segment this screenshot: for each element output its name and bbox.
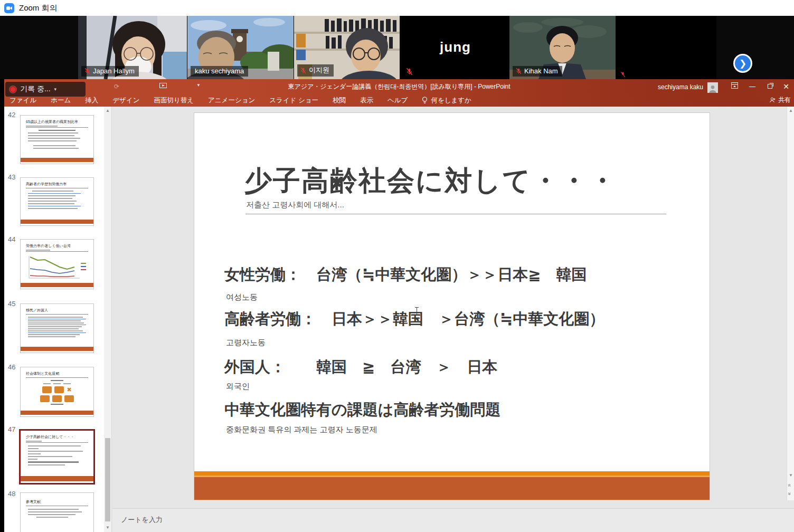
slide-thumbnail-42[interactable]: 65歳以上の就業者の職業別比率 [20,115,94,164]
muted-mic-icon [620,71,626,78]
previous-slide-button[interactable]: « [787,484,792,487]
share-button[interactable]: 共有 [769,96,791,104]
zoom-window-titlebar: Zoom 회의 [0,0,794,16]
slide-number: 46 [8,363,15,371]
muted-mic-icon [300,67,307,74]
recording-caret-icon: ▾ [54,87,57,92]
slide-thumbnail-43[interactable]: 高齢者の学歴別労働力率 [20,177,94,226]
slide-footer-band-rust [194,477,710,500]
participant-label: Japan Hallym [81,66,139,77]
record-dot-icon [10,86,16,93]
tab-file[interactable]: ファイル [10,96,36,105]
slide-body-block[interactable]: 女性労働： 台湾（≒中華文化圏）＞＞日本≧ 韓国 여성노동 高齢者労働： 日本＞… [194,250,710,440]
text-cursor [417,307,417,316]
ribbon-display-options-button[interactable] [727,81,741,92]
mini-slide-band [21,220,93,224]
slide-body-line-jp: 女性労働： 台湾（≒中華文化圏）＞＞日本≧ 韓国 [224,264,587,286]
video-strip: Japan Hallym [0,16,794,79]
scroll-up-arrow[interactable]: ▲ [787,108,794,113]
tab-transitions[interactable]: 画面切り替え [154,96,194,105]
zoom-app-icon [4,3,14,13]
slide-thumbnail-45[interactable]: 移民／外国人 [20,303,94,353]
slide-thumbnail-47-selected[interactable]: 少子高齢社会に対して・・・ [19,429,95,484]
slide-thumbnail-46[interactable]: 社会体制と文化規範 ✖ [20,367,94,417]
title-divider-line [245,214,666,214]
thumbnail-scrollbar[interactable]: ▲ ▼ [104,107,111,532]
redo-button[interactable]: ⟳ [114,83,119,90]
slide-body-line-kr: 여성노동 [226,292,258,302]
next-page-arrow-button[interactable]: ❯ [733,54,752,73]
slide-title: 少子高齢社会に対して・・・ [244,163,617,200]
lightbulb-icon [422,97,428,104]
slide-title-block[interactable]: 少子高齢社会に対して・・・ 저출산 고령사회에 대해서... [194,113,710,250]
mini-slide-title: 参考文献 [26,499,88,505]
slide-canvas[interactable]: 少子高齢社会に対して・・・ 저출산 고령사회에 대해서... 女性労働： 台湾（… [194,112,710,500]
participant-name: jung [401,39,509,55]
tab-insert[interactable]: 挿入 [85,96,98,105]
tab-design[interactable]: デザイン [112,96,139,105]
mini-slide-title: 65歳以上の就業者の職業別比率 [26,119,88,125]
zoom-window-title: Zoom 회의 [19,3,58,13]
qat-customize-caret[interactable]: ▼ [196,83,201,88]
notes-pane[interactable]: ノートを入力 [112,508,794,532]
mini-diagram-box [40,395,50,402]
mini-slide-title: 労働力率の著しく低い台湾 [26,243,88,249]
account-user-name: sechiyama kaku [658,83,703,91]
mini-slide-band [21,476,93,481]
slide-thumbnail-48[interactable]: 参考文献 [20,492,94,532]
account-avatar[interactable] [707,82,718,93]
mini-diagram-box [42,386,52,393]
tab-animations[interactable]: アニメーション [208,96,255,105]
video-tile-lee-jiwon[interactable]: 이지원 [294,16,400,79]
person-icon [708,84,717,93]
minimize-button[interactable]: — [745,81,759,92]
scroll-down-arrow[interactable]: ▼ [104,525,111,530]
video-camera-icon [6,5,13,12]
mini-diagram-x-icon: ✖ [67,387,71,393]
tab-help[interactable]: ヘルプ [387,96,408,105]
powerpoint-window: 東アジア・ジェンダー論講義（한림대-최종번역）[読み取り専用] - PowerP… [4,79,794,532]
tab-slideshow[interactable]: スライド ショー [269,96,318,105]
video-tile-japan-hallym[interactable]: Japan Hallym [78,16,187,79]
video-tile-kihak-nam[interactable]: Kihak Nam [509,16,616,79]
slide-number-selected: 47 [8,425,15,433]
muted-mic-icon [405,68,413,75]
participant-label: kaku sechiyama [191,66,248,77]
slide-thumbnail-44[interactable]: 労働力率の著しく低い台湾 [20,239,94,289]
slide-number: 44 [8,235,15,243]
next-slide-button[interactable]: » [787,492,792,496]
video-tile-kaku-sechiyama[interactable]: kaku sechiyama [187,16,294,79]
share-label: 共有 [778,96,791,104]
scroll-down-arrow[interactable]: ▼ [787,473,794,478]
mini-slide-title: 少子高齢社会に対して・・・ [26,434,88,440]
slide-area-scrollbar[interactable]: ▲ ▼ « » [787,107,794,500]
close-button[interactable]: ✕ [779,81,793,92]
mini-slide-band [21,411,93,415]
restore-button[interactable] [763,81,777,92]
tab-home[interactable]: ホーム [51,96,71,105]
slide-number: 43 [8,173,15,181]
tab-review[interactable]: 校閲 [333,96,346,105]
editor-area: 42 65歳以上の就業者の職業別比率 43 高齢者の学歴別労働力率 [4,107,794,532]
slide-number: 48 [8,490,15,498]
video-tile-blank[interactable] [616,16,716,79]
scrollbar-thumb[interactable] [105,438,110,521]
start-slideshow-button[interactable] [159,83,167,91]
mini-slide-title: 社会体制と文化規範 [26,371,88,376]
slide-body-line-kr: 외국인 [226,382,250,392]
mini-diagram-box [52,395,62,402]
slide-footer-stripe-orange [194,471,710,476]
screen: Zoom 회의 [0,0,794,532]
tell-me-search[interactable]: 何をしますか [422,96,471,105]
mini-slide-title: 移民／外国人 [26,308,88,313]
mini-diagram-box [54,386,64,393]
slide-body-line-jp: 外国人： 韓国 ≧ 台湾 ＞ 日本 [224,357,497,378]
scroll-up-arrow[interactable]: ▲ [104,108,111,113]
tab-view[interactable]: 表示 [360,96,373,105]
slide-body-line-kr: 고령자노동 [226,338,266,348]
video-tile-jung[interactable]: jung [401,16,509,79]
recording-label: 기록 중... [20,84,51,94]
notes-placeholder: ノートを入力 [121,516,163,524]
slide-number: 42 [8,111,15,119]
presentation-screen-icon [159,83,167,89]
